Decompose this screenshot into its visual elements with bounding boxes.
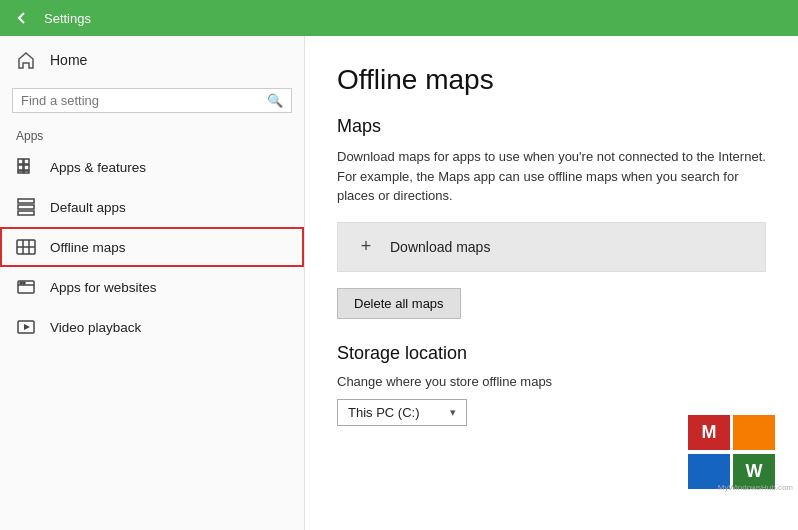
svg-rect-3 bbox=[24, 165, 29, 170]
apps-features-label: Apps & features bbox=[50, 160, 146, 175]
back-button[interactable] bbox=[10, 6, 34, 30]
svg-rect-1 bbox=[24, 159, 29, 164]
watermark-m: M bbox=[688, 415, 730, 450]
svg-point-16 bbox=[23, 282, 25, 284]
sidebar-item-home[interactable]: Home bbox=[0, 36, 304, 84]
storage-location-select[interactable]: This PC (C:) ▾ bbox=[337, 399, 467, 426]
content-area: Offline maps Maps Download maps for apps… bbox=[305, 36, 798, 530]
storage-section-title: Storage location bbox=[337, 343, 766, 364]
chevron-down-icon: ▾ bbox=[450, 406, 456, 419]
svg-rect-0 bbox=[18, 159, 23, 164]
download-maps-button[interactable]: + Download maps bbox=[337, 222, 766, 272]
svg-marker-18 bbox=[24, 324, 30, 330]
main-layout: Home 🔍 Apps Apps & features bbox=[0, 36, 798, 530]
watermark: M W bbox=[688, 415, 778, 490]
sidebar-item-video-playback[interactable]: Video playback bbox=[0, 307, 304, 347]
home-icon bbox=[16, 50, 36, 70]
sidebar-item-offline-maps[interactable]: Offline maps bbox=[0, 227, 304, 267]
apps-features-icon bbox=[16, 157, 36, 177]
sidebar-item-default-apps[interactable]: Default apps bbox=[0, 187, 304, 227]
sidebar-item-apps-features[interactable]: Apps & features bbox=[0, 147, 304, 187]
default-apps-icon bbox=[16, 197, 36, 217]
video-playback-label: Video playback bbox=[50, 320, 141, 335]
svg-rect-4 bbox=[18, 171, 23, 173]
offline-maps-icon bbox=[16, 237, 36, 257]
page-title: Offline maps bbox=[337, 64, 766, 96]
maps-description: Download maps for apps to use when you'r… bbox=[337, 147, 766, 206]
svg-point-15 bbox=[20, 282, 22, 284]
svg-rect-7 bbox=[18, 205, 34, 209]
svg-rect-2 bbox=[18, 165, 23, 170]
home-label: Home bbox=[50, 52, 87, 68]
titlebar-title: Settings bbox=[44, 11, 91, 26]
storage-description: Change where you store offline maps bbox=[337, 374, 766, 389]
sidebar-item-apps-websites[interactable]: Apps for websites bbox=[0, 267, 304, 307]
plus-icon: + bbox=[354, 235, 378, 259]
apps-websites-icon bbox=[16, 277, 36, 297]
svg-rect-6 bbox=[18, 199, 34, 203]
watermark-text: MyWindowsHub.com bbox=[718, 483, 793, 492]
delete-all-maps-button[interactable]: Delete all maps bbox=[337, 288, 461, 319]
apps-websites-label: Apps for websites bbox=[50, 280, 157, 295]
download-maps-label: Download maps bbox=[390, 239, 490, 255]
svg-rect-8 bbox=[18, 211, 34, 215]
offline-maps-label: Offline maps bbox=[50, 240, 126, 255]
svg-rect-5 bbox=[24, 171, 29, 173]
watermark-orange bbox=[733, 415, 775, 450]
search-input[interactable] bbox=[21, 93, 261, 108]
search-box[interactable]: 🔍 bbox=[12, 88, 292, 113]
search-icon: 🔍 bbox=[267, 93, 283, 108]
titlebar: Settings bbox=[0, 0, 798, 36]
sidebar-section-label: Apps bbox=[0, 123, 304, 147]
sidebar: Home 🔍 Apps Apps & features bbox=[0, 36, 305, 530]
maps-section-title: Maps bbox=[337, 116, 766, 137]
default-apps-label: Default apps bbox=[50, 200, 126, 215]
video-playback-icon bbox=[16, 317, 36, 337]
storage-select-label: This PC (C:) bbox=[348, 405, 442, 420]
